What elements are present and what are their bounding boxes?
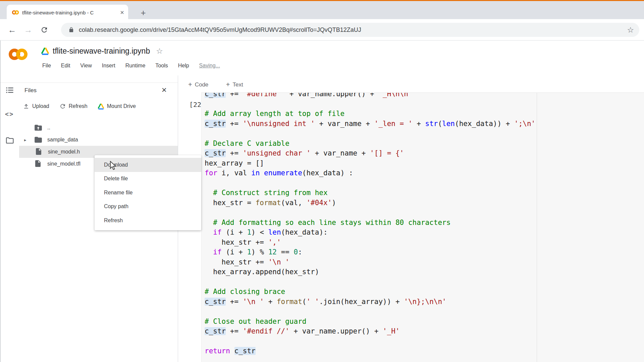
expand-caret-icon[interactable]: ▸ [24,137,28,142]
upload-icon [23,103,30,110]
code-line: # Add closing brace [205,287,535,297]
mount-drive-button[interactable]: Mount Drive [98,103,136,110]
tab-title: tflite-sinewave-training.ipynb - C [22,10,120,15]
tree-item-label: .. [47,125,50,131]
new-tab-button[interactable]: + [138,8,148,18]
file-icon [35,147,43,156]
tree-item-label: sine_model.tfl [47,161,80,167]
notebook-title[interactable]: tflite-sinewave-training.ipynb [53,47,150,56]
mouse-cursor [109,161,118,170]
refresh-button[interactable]: Refresh [59,103,88,110]
browser-toolbar: ← → colab.research.google.com/drive/15Gt… [0,19,644,41]
colab-header: tflite-sinewave-training.ipynb ☆ FileEdi… [0,41,644,75]
tree-item-label: sine_model.h [48,149,80,155]
code-lines: c_str += '#define ' + var_name.upper() +… [205,93,535,356]
tree-item-sample_data[interactable]: ▸sample_data [18,134,178,146]
tree-item-label: sample_data [47,137,78,143]
refresh-icon [59,103,66,110]
code-line: hex_array.append(hex_str) [205,267,535,277]
window-left-border [0,41,0,362]
logo-ring-right [16,49,28,60]
forward-icon[interactable]: → [22,24,34,36]
code-snippets-icon[interactable]: <> [5,111,14,120]
sidebar-top-border [0,82,178,83]
colab-logo[interactable] [9,45,28,63]
code-line [205,99,535,109]
column-ruler [537,93,537,362]
browser-tab[interactable]: tflite-sinewave-training.ipynb - C × [7,5,128,20]
add-text-button[interactable]: + Text [226,81,243,88]
code-cell-editor[interactable]: c_str += '#define ' + var_name.upper() +… [201,93,644,362]
code-line [205,277,535,287]
favorite-star-icon[interactable]: ☆ [156,47,163,56]
code-line: if (i + 1) < len(hex_data): [205,228,535,238]
file-icon [34,160,43,168]
address-bar[interactable]: colab.research.google.com/drive/15GtaAcc… [61,23,639,37]
add-text-label: Text [232,81,243,88]
menu-insert[interactable]: Insert [102,63,115,69]
files-close-icon[interactable]: × [162,85,167,95]
action-label: Upload [32,103,49,109]
context-menu-item-delete-file[interactable]: Delete file [95,172,201,186]
code-line: # Construct string from hex [205,188,535,198]
context-menu-item-copy-path[interactable]: Copy path [95,200,201,214]
context-menu-item-rename-file[interactable]: Rename file [95,186,201,200]
notebook-toolbar: + Code + Text [178,75,644,93]
lock-icon [68,26,74,33]
code-line: c_str += '\nunsigned int ' + var_name + … [205,119,535,129]
plus-icon: + [188,81,192,88]
menu-bar: FileEditViewInsertRuntimeToolsHelpSaving… [42,63,220,69]
code-line [205,307,535,317]
code-line [205,178,535,188]
folder-icon [34,135,43,144]
code-line: hex_str += '\n ' [205,257,535,267]
action-label: Mount Drive [107,103,136,109]
code-line: hex_array = [] [205,159,535,169]
menu-view[interactable]: View [80,63,92,69]
menu-help[interactable]: Help [178,63,189,69]
code-line: c_str += '\n ' + format(' '.join(hex_arr… [205,297,535,307]
drive-icon [98,103,104,110]
context-menu-item-refresh[interactable]: Refresh [95,214,201,228]
code-line [205,208,535,218]
plus-icon: + [226,81,230,88]
add-code-button[interactable]: + Code [188,81,208,88]
saving-status: Saving... [199,63,220,69]
code-line: c_str += 'unsigned char ' + var_name + '… [205,148,535,159]
action-label: Refresh [69,103,88,109]
code-line: # Add formatting so each line stays with… [205,218,535,228]
files-rail-icon[interactable] [5,136,14,145]
upload-button[interactable]: Upload [23,103,49,110]
menu-edit[interactable]: Edit [61,63,70,69]
code-line: hex_str = format(val, '#04x') [205,198,535,208]
browser-tab-strip: tflite-sinewave-training.ipynb - C × + [0,1,644,19]
code-line: c_str += '#endif //' + var_name.upper() … [205,326,535,337]
sidebar-icon-rail: <> [0,75,18,362]
back-icon[interactable]: ← [6,24,18,36]
code-line: hex_str += ',' [205,238,535,248]
code-line: c_str += '#define ' + var_name.upper() +… [205,93,535,99]
code-line [205,129,535,139]
code-line: # Add array length at top of file [205,109,535,119]
folder-up-icon [34,123,43,132]
reload-icon[interactable] [38,24,50,36]
files-actions: UploadRefreshMount Drive [23,103,136,110]
code-line: for i, val in enumerate(hex_data) : [205,168,535,178]
bookmark-star-icon[interactable]: ☆ [627,25,634,35]
table-of-contents-icon[interactable] [5,85,14,95]
colab-favicon [12,10,19,15]
menu-file[interactable]: File [42,63,51,69]
code-line: # Close out header guard [205,317,535,327]
drive-icon [41,47,49,55]
code-line: # Declare C variable [205,139,535,149]
url-text: colab.research.google.com/drive/15GtaAcc… [79,26,627,34]
tree-item-..[interactable]: .. [18,122,178,134]
tab-close-icon[interactable]: × [120,9,124,16]
code-line [205,337,535,347]
menu-runtime[interactable]: Runtime [125,63,146,69]
files-panel-title: Files [24,87,37,94]
code-line: return c_str [205,346,535,356]
menu-tools[interactable]: Tools [155,63,168,69]
add-code-label: Code [195,81,209,88]
code-line: if (i + 1) % 12 == 0: [205,247,535,257]
